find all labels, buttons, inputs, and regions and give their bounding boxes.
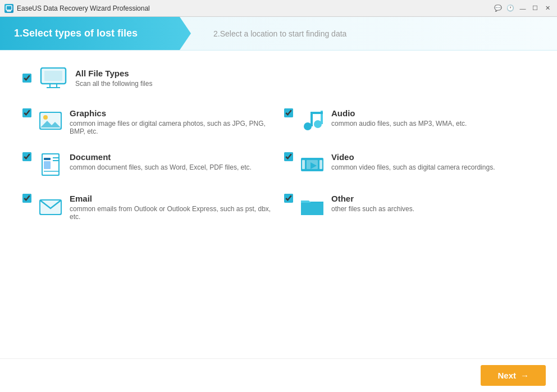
app-title: EaseUS Data Recovery Wizard Professional — [17, 4, 150, 12]
graphics-checkbox[interactable] — [22, 108, 31, 117]
maximize-button[interactable]: ☐ — [530, 3, 540, 13]
other-checkbox[interactable] — [284, 194, 293, 203]
audio-info: Audio common audio files, such as MP3, W… — [331, 108, 467, 127]
graphics-icon — [38, 108, 63, 133]
title-bar: EaseUS Data Recovery Wizard Professional… — [0, 0, 557, 17]
svg-point-12 — [43, 115, 48, 120]
monitor-icon — [40, 67, 67, 89]
svg-rect-27 — [302, 160, 305, 169]
svg-rect-18 — [311, 112, 323, 114]
history-icon[interactable]: 🕐 — [505, 3, 515, 13]
video-checkbox[interactable] — [284, 152, 293, 161]
step1-label: 1.Select types of lost files — [14, 28, 138, 39]
title-bar-left: EaseUS Data Recovery Wizard Professional — [4, 4, 150, 13]
video-item: Video common video files, such as digita… — [284, 152, 535, 177]
app-icon — [4, 4, 13, 13]
close-button[interactable]: ✕ — [542, 3, 553, 13]
graphics-description: common image files or digital camera pho… — [70, 120, 273, 135]
svg-rect-22 — [44, 161, 51, 169]
svg-rect-29 — [319, 160, 322, 169]
other-item: Other other files such as archives. — [284, 194, 535, 221]
step2-inactive: 2.Select a location to start finding dat… — [191, 17, 557, 50]
svg-rect-0 — [6, 6, 12, 10]
next-button-label: Next — [497, 371, 516, 380]
email-checkbox[interactable] — [22, 194, 31, 203]
next-button[interactable]: Next → — [481, 365, 546, 386]
main-content: All File Types Scan all the following fi… — [0, 51, 557, 358]
document-checkbox[interactable] — [22, 152, 31, 161]
audio-description: common audio files, such as MP3, WMA, et… — [331, 120, 467, 127]
email-description: common emails from Outlook or Outlook Ex… — [70, 205, 273, 221]
step1-active: 1.Select types of lost files — [0, 17, 191, 50]
message-icon[interactable]: 💬 — [493, 3, 503, 13]
all-file-types-info: All File Types Scan all the following fi… — [75, 69, 152, 88]
other-label: Other — [331, 194, 414, 203]
graphics-label: Graphics — [70, 108, 273, 118]
video-description: common video files, such as digital came… — [331, 163, 495, 171]
video-icon — [300, 152, 325, 177]
document-label: Document — [70, 152, 252, 162]
document-item: Document common document files, such as … — [22, 152, 273, 177]
document-info: Document common document files, such as … — [70, 152, 252, 171]
all-file-types-label: All File Types — [75, 69, 152, 78]
all-file-types-description: Scan all the following files — [75, 80, 152, 88]
document-description: common document files, such as Word, Exc… — [70, 163, 252, 171]
email-item: Email common emails from Outlook or Outl… — [22, 194, 273, 221]
graphics-item: Graphics common image files or digital c… — [22, 108, 273, 135]
audio-checkbox[interactable] — [284, 108, 293, 117]
email-icon — [38, 194, 63, 218]
svg-rect-9 — [44, 71, 62, 81]
svg-point-14 — [304, 122, 312, 130]
other-info: Other other files such as archives. — [331, 194, 414, 213]
step2-label: 2.Select a location to start finding dat… — [213, 29, 346, 38]
all-file-types-checkbox[interactable] — [22, 74, 31, 83]
audio-icon — [300, 108, 325, 133]
email-label: Email — [70, 194, 273, 203]
document-icon — [38, 152, 63, 177]
file-types-grid: Graphics common image files or digital c… — [22, 108, 535, 221]
all-file-types-checkbox-wrap[interactable] — [22, 74, 31, 83]
audio-item: Audio common audio files, such as MP3, W… — [284, 108, 535, 135]
minimize-button[interactable]: — — [518, 3, 528, 13]
video-info: Video common video files, such as digita… — [331, 152, 495, 171]
svg-point-15 — [314, 120, 322, 128]
window-controls: 💬 🕐 — ☐ ✕ — [493, 3, 553, 13]
footer: Next → — [0, 358, 557, 392]
svg-rect-33 — [301, 203, 323, 215]
step-header: 1.Select types of lost files 2.Select a … — [0, 17, 557, 51]
other-description: other files such as archives. — [331, 205, 414, 213]
all-file-types-row: All File Types Scan all the following fi… — [22, 67, 535, 89]
svg-rect-21 — [44, 158, 51, 160]
graphics-info: Graphics common image files or digital c… — [70, 108, 273, 135]
email-info: Email common emails from Outlook or Outl… — [70, 194, 273, 221]
audio-label: Audio — [331, 108, 467, 118]
next-arrow-icon: → — [521, 371, 529, 380]
video-label: Video — [331, 152, 495, 162]
other-icon — [300, 194, 325, 218]
